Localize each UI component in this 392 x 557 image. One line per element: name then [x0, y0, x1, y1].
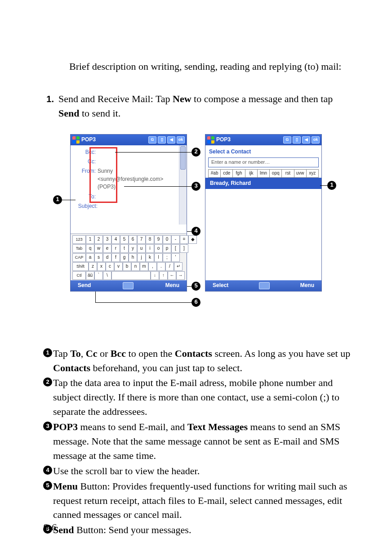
kb-key[interactable]: \: [103, 271, 111, 280]
alpha-tab[interactable]: rst: [282, 170, 294, 177]
kb-key[interactable]: x: [97, 262, 106, 271]
kb-key[interactable]: d: [103, 253, 111, 262]
kb-key[interactable]: k: [146, 253, 154, 262]
send-button[interactable]: Send: [78, 282, 91, 289]
kb-key[interactable]: →: [176, 271, 185, 280]
kb-key[interactable]: Ctl: [72, 271, 86, 280]
menu-button-right[interactable]: Menu: [300, 282, 314, 289]
sip-toggle-icon[interactable]: [259, 282, 270, 289]
alpha-tab[interactable]: lmn: [258, 170, 270, 177]
kb-key[interactable]: j: [137, 253, 146, 262]
step-number: 1.: [43, 92, 54, 121]
kb-key[interactable]: n: [131, 262, 140, 271]
kb-key[interactable]: áü: [86, 271, 94, 280]
kb-key[interactable]: w: [94, 244, 103, 253]
kb-key[interactable]: b: [123, 262, 131, 271]
kb-key[interactable]: t: [120, 244, 129, 253]
alpha-tab[interactable]: cde: [221, 170, 233, 177]
kb-key[interactable]: z: [89, 262, 97, 271]
kb-key[interactable]: s: [94, 253, 103, 262]
kb-key[interactable]: r: [111, 244, 120, 253]
alpha-tab[interactable]: ijk: [245, 170, 258, 177]
kb-key[interactable]: 123: [72, 235, 86, 244]
kb-key[interactable]: 9: [154, 235, 163, 244]
kb-key[interactable]: 5: [120, 235, 129, 244]
to-label[interactable]: To:: [74, 193, 98, 201]
speaker-icon[interactable]: ◀: [167, 136, 175, 144]
kb-key[interactable]: 4: [111, 235, 120, 244]
soft-keyboard[interactable]: 123 1 2 3 4 5 6 7 8 9 0 - = ◆ Tab: [71, 234, 187, 280]
to-row: To:: [74, 193, 183, 202]
kb-key[interactable]: ◆: [188, 235, 197, 244]
ok-button[interactable]: ok: [177, 136, 185, 144]
kb-space[interactable]: [111, 271, 151, 280]
kb-key[interactable]: 8: [146, 235, 154, 244]
kb-key[interactable]: p: [163, 244, 171, 253]
kb-key[interactable]: m: [140, 262, 148, 271]
kb-key[interactable]: l: [154, 253, 163, 262]
alpha-tabs: #ab cde fgh ijk lmn opq rst uvw xyz: [208, 169, 319, 178]
kb-key[interactable]: 1: [86, 235, 94, 244]
alpha-tab[interactable]: opq: [270, 170, 282, 177]
kb-key[interactable]: =: [180, 235, 188, 244]
kb-key[interactable]: e: [103, 244, 111, 253]
kb-key[interactable]: .: [157, 262, 165, 271]
contact-row-selected[interactable]: Bready, Richard: [205, 178, 321, 189]
kb-key[interactable]: ←: [168, 271, 176, 280]
kb-key[interactable]: f: [111, 253, 120, 262]
kb-key[interactable]: g: [120, 253, 129, 262]
conn-icon[interactable]: G: [148, 136, 156, 144]
kb-key[interactable]: h: [129, 253, 137, 262]
kb-key[interactable]: y: [129, 244, 137, 253]
kb-key[interactable]: o: [154, 244, 163, 253]
signal-icon[interactable]: ▯: [158, 136, 166, 144]
speaker-icon[interactable]: ◀: [302, 136, 310, 144]
menu-button[interactable]: Menu: [165, 282, 179, 289]
kb-key[interactable]: ': [171, 253, 180, 262]
alpha-tab[interactable]: fgh: [233, 170, 245, 177]
kb-row-5: Ctl áü ` \ ↓ ↑ ← →: [72, 271, 185, 280]
kb-key[interactable]: ↓: [151, 271, 159, 280]
kb-key[interactable]: /: [165, 262, 174, 271]
kb-key[interactable]: 0: [163, 235, 171, 244]
kb-key[interactable]: `: [94, 271, 103, 280]
kb-key[interactable]: u: [137, 244, 146, 253]
contact-search-input[interactable]: Enter a name or number…: [208, 157, 319, 167]
signal-icon[interactable]: ▯: [293, 136, 301, 144]
select-button[interactable]: Select: [213, 282, 228, 289]
compose-scroll-thumb[interactable]: [180, 146, 186, 170]
kb-key[interactable]: 7: [137, 235, 146, 244]
kb-key[interactable]: CAP: [72, 253, 86, 262]
kb-key[interactable]: a: [86, 253, 94, 262]
kb-key[interactable]: Tab: [72, 244, 86, 253]
contacts-list-empty: [205, 189, 321, 280]
bcc-label[interactable]: Bcc:: [74, 148, 98, 156]
compose-body: Bcc: Cc: From: Sunny <sunny@forestjungle…: [71, 145, 187, 225]
alpha-tab[interactable]: #ab: [209, 170, 221, 177]
kb-key[interactable]: 3: [103, 235, 111, 244]
kb-key[interactable]: c: [106, 262, 114, 271]
compose-scrollbar[interactable]: [179, 145, 187, 225]
kb-key[interactable]: ]: [180, 244, 188, 253]
sip-toggle-icon[interactable]: [123, 282, 134, 289]
kb-key[interactable]: ↵: [174, 262, 183, 271]
alpha-tab[interactable]: uvw: [294, 170, 307, 177]
kb-key[interactable]: 2: [94, 235, 103, 244]
kb-key[interactable]: -: [171, 235, 180, 244]
kb-key[interactable]: ;: [163, 253, 171, 262]
cc-label[interactable]: Cc:: [74, 158, 98, 166]
legend-item-3: 3 POP3 means to send E-mail, and Text Me…: [43, 420, 352, 463]
ok-button[interactable]: ok: [312, 136, 320, 144]
conn-icon[interactable]: G: [283, 136, 291, 144]
legend: 1 Tap To, Cc or Bcc to open the Contacts…: [43, 346, 352, 538]
compose-bottombar: Send Menu: [71, 280, 187, 291]
kb-key[interactable]: Shift: [72, 262, 89, 271]
kb-key[interactable]: q: [86, 244, 94, 253]
kb-key[interactable]: ↑: [159, 271, 168, 280]
kb-key[interactable]: v: [114, 262, 123, 271]
kb-key[interactable]: ,: [148, 262, 157, 271]
kb-key[interactable]: [: [171, 244, 180, 253]
alpha-tab[interactable]: xyz: [307, 170, 318, 177]
kb-key[interactable]: 6: [129, 235, 137, 244]
kb-key[interactable]: i: [146, 244, 154, 253]
